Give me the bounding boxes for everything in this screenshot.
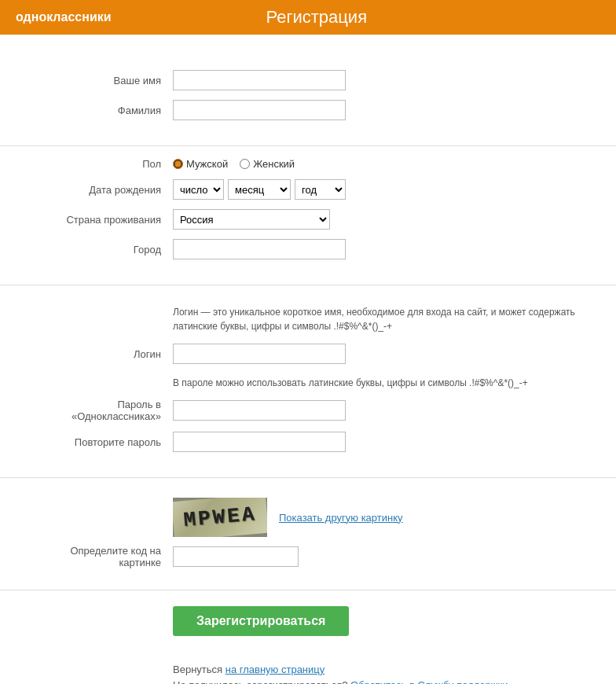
country-row: Страна проживания Россия — [0, 209, 616, 230]
support-row: Не получилось зарегистрироваться? Обрати… — [173, 679, 585, 684]
name-label: Ваше имя — [31, 75, 173, 86]
page-title: Регистрация — [266, 7, 446, 28]
login-hint-row: Логин — это уникальное короткое имя, нео… — [0, 297, 616, 337]
login-section: Логин — это уникальное короткое имя, нео… — [0, 285, 616, 478]
captcha-image-row: MPWEA Показать другую картинку — [0, 498, 616, 537]
gender-female-option[interactable]: Женский — [240, 158, 295, 170]
captcha-input[interactable] — [173, 546, 299, 567]
year-select[interactable]: год2024202320222021202020192018201720162… — [295, 179, 346, 200]
personal-section: Пол Мужской Женский Дата рождения число1… — [0, 146, 616, 285]
date-group: число12345678910111213141516171819202122… — [173, 179, 346, 200]
password-hint-row: В пароле можно использовать латинские бу… — [0, 373, 616, 392]
gender-row: Пол Мужской Женский — [0, 158, 616, 170]
gender-label: Пол — [31, 158, 173, 170]
birthdate-label: Дата рождения — [31, 184, 173, 196]
password-label: Пароль в «Одноклассниках» — [31, 399, 173, 422]
birthdate-row: Дата рождения число123456789101112131415… — [0, 179, 616, 200]
logo[interactable]: одноклассники — [16, 10, 112, 24]
main-content: Ваше имя Фамилия Пол Мужской Женский — [0, 35, 616, 684]
gender-male-label: Мужской — [186, 158, 228, 170]
captcha-section: MPWEA Показать другую картинку Определит… — [0, 478, 616, 590]
header: одноклассники Регистрация — [0, 0, 616, 35]
back-home-row: Вернуться на главную страницу — [173, 664, 585, 675]
password-input[interactable] — [173, 400, 346, 421]
captcha-refresh-link[interactable]: Показать другую картинку — [279, 512, 403, 524]
surname-row: Фамилия — [0, 100, 616, 120]
gender-female-label: Женский — [253, 158, 295, 170]
gender-male-option[interactable]: Мужской — [173, 158, 228, 170]
day-select[interactable]: число12345678910111213141516171819202122… — [173, 179, 224, 200]
support-text: Не получилось зарегистрироваться? — [173, 679, 350, 684]
submit-button[interactable]: Зарегистрироваться — [173, 606, 349, 636]
name-input[interactable] — [173, 70, 346, 90]
captcha-input-row: Определите код на картинке — [0, 545, 616, 568]
month-select[interactable]: месяцянварьфевральмартапрельмайиюньиюльа… — [228, 179, 291, 200]
country-label: Страна проживания — [31, 214, 173, 226]
captcha-image-text: MPWEA — [173, 498, 267, 537]
login-row: Логин — [0, 344, 616, 364]
back-home-link[interactable]: на главную страницу — [226, 664, 325, 675]
country-select[interactable]: Россия — [173, 209, 330, 230]
login-input[interactable] — [173, 344, 346, 364]
name-row: Ваше имя — [0, 70, 616, 90]
password-row: Пароль в «Одноклассниках» — [0, 399, 616, 422]
back-text: Вернуться — [173, 664, 226, 675]
surname-label: Фамилия — [31, 105, 173, 116]
surname-input[interactable] — [173, 100, 346, 120]
captcha-image: MPWEA — [173, 498, 267, 537]
gender-group: Мужской Женский — [173, 158, 295, 170]
city-row: Город — [0, 239, 616, 259]
city-label: Город — [31, 244, 173, 256]
gender-female-radio[interactable] — [240, 159, 250, 169]
footer-links: Вернуться на главную страницу Не получил… — [0, 652, 616, 684]
gender-male-radio[interactable] — [173, 159, 183, 169]
confirm-password-label: Повторите пароль — [31, 436, 173, 448]
city-input[interactable] — [173, 239, 346, 259]
name-section: Ваше имя Фамилия — [0, 58, 616, 146]
confirm-password-row: Повторите пароль — [0, 432, 616, 452]
support-link[interactable]: Обратитесь в Службу поддержки — [350, 679, 508, 684]
submit-section: Зарегистрироваться — [0, 590, 616, 652]
login-label: Логин — [31, 348, 173, 360]
confirm-password-input[interactable] — [173, 432, 346, 452]
captcha-label: Определите код на картинке — [31, 545, 173, 568]
